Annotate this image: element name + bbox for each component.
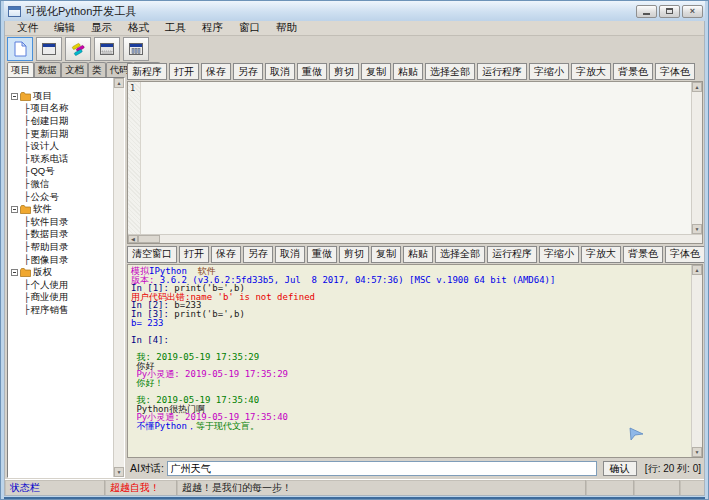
- action-button[interactable]: 另存: [233, 63, 263, 80]
- action-button[interactable]: 清空窗口: [127, 246, 177, 263]
- tree-branch-icon: ├: [24, 104, 29, 114]
- tree-branch-icon: ├: [24, 179, 29, 189]
- tree-item[interactable]: ├程序销售: [11, 304, 113, 317]
- maximize-icon: [666, 8, 673, 14]
- action-button[interactable]: 取消: [275, 246, 305, 263]
- tree-item[interactable]: ├公众号: [11, 191, 113, 204]
- action-button[interactable]: 复制: [361, 63, 391, 80]
- menu-item[interactable]: 窗口: [231, 21, 268, 35]
- menu-item[interactable]: 文件: [9, 21, 46, 35]
- scroll-down-icon[interactable]: ▼: [692, 447, 702, 457]
- menu-item[interactable]: 显示: [83, 21, 120, 35]
- tree-item[interactable]: ├图像目录: [11, 254, 113, 267]
- tree-branch-icon: ├: [24, 280, 29, 290]
- action-button[interactable]: 重做: [307, 246, 337, 263]
- menu-item[interactable]: 程序: [194, 21, 231, 35]
- editor-horizontal-scrollbar[interactable]: ◀: [128, 234, 702, 243]
- tree-item[interactable]: ├数据目录: [11, 229, 113, 242]
- tree-item[interactable]: ├联系电话: [11, 153, 113, 166]
- action-button[interactable]: 复制: [371, 246, 401, 263]
- action-button[interactable]: 粘贴: [393, 63, 423, 80]
- tree-item[interactable]: ├创建日期: [11, 115, 113, 128]
- action-button[interactable]: 字缩小: [539, 246, 579, 263]
- action-button[interactable]: 选择全部: [435, 246, 485, 263]
- editor-vertical-scrollbar[interactable]: ▲ ▼: [691, 82, 702, 234]
- tree-item[interactable]: ├个人使用: [11, 279, 113, 292]
- collapse-icon[interactable]: [11, 206, 18, 213]
- output-console[interactable]: 模拟IPython 软件版本: 3.6.2 (v3.6.2:5fd33b5, J…: [128, 265, 691, 457]
- confirm-button[interactable]: 确认: [603, 461, 637, 476]
- scroll-down-icon[interactable]: ▼: [114, 467, 124, 477]
- collapse-icon[interactable]: [11, 269, 18, 276]
- action-button[interactable]: 另存: [243, 246, 273, 263]
- console-vertical-scrollbar[interactable]: ▲ ▼: [691, 265, 702, 457]
- action-button[interactable]: 字放大: [571, 63, 611, 80]
- action-button[interactable]: 背景色: [613, 63, 653, 80]
- action-button[interactable]: 运行程序: [477, 63, 527, 80]
- status-cell: [680, 480, 704, 495]
- tab-项目[interactable]: 项目: [7, 62, 34, 77]
- tree-group[interactable]: 软件: [11, 203, 113, 216]
- action-button[interactable]: 剪切: [339, 246, 369, 263]
- grid-window-button[interactable]: [123, 37, 149, 61]
- new-file-button[interactable]: [7, 37, 33, 61]
- action-button[interactable]: 运行程序: [487, 246, 537, 263]
- action-button[interactable]: 保存: [201, 63, 231, 80]
- action-button[interactable]: 剪切: [329, 63, 359, 80]
- action-button[interactable]: 字体色: [655, 63, 695, 80]
- tree-group[interactable]: 版权: [11, 266, 113, 279]
- tree-vertical-scrollbar[interactable]: ▲ ▼: [113, 78, 124, 477]
- editor-action-toolbar: 新程序打开保存另存取消重做剪切复制粘贴选择全部运行程序字缩小字放大背景色字体色: [127, 62, 703, 81]
- action-button[interactable]: 保存: [211, 246, 241, 263]
- scroll-up-icon[interactable]: ▲: [114, 78, 124, 88]
- action-button[interactable]: 字缩小: [529, 63, 569, 80]
- ai-chat-input[interactable]: [167, 461, 597, 476]
- action-button[interactable]: 打开: [169, 63, 199, 80]
- action-button[interactable]: 背景色: [623, 246, 663, 263]
- maximize-button[interactable]: [659, 5, 680, 18]
- tab-数据[interactable]: 数据: [34, 62, 61, 77]
- tree-item[interactable]: ├项目名称: [11, 103, 113, 116]
- window-button[interactable]: [36, 37, 62, 61]
- action-button[interactable]: 选择全部: [425, 63, 475, 80]
- scroll-up-icon[interactable]: ▲: [692, 265, 702, 275]
- scrollbar-thumb[interactable]: [138, 235, 160, 243]
- tree-item[interactable]: ├商业使用: [11, 292, 113, 305]
- action-button[interactable]: 新程序: [127, 63, 167, 80]
- tree-group-label: 版权: [33, 266, 52, 279]
- color-tools-button[interactable]: [65, 37, 91, 61]
- status-cell: 超越！是我们的每一步！: [177, 480, 586, 495]
- tab-类[interactable]: 类: [88, 62, 106, 77]
- tree-item[interactable]: ├QQ号: [11, 166, 113, 179]
- action-button[interactable]: 打开: [179, 246, 209, 263]
- tree-branch-icon: ├: [24, 242, 29, 252]
- scroll-left-icon[interactable]: ◀: [128, 235, 138, 243]
- action-button[interactable]: 字放大: [581, 246, 621, 263]
- close-button[interactable]: ×: [682, 5, 703, 18]
- tree-item[interactable]: ├帮助目录: [11, 241, 113, 254]
- menu-item[interactable]: 编辑: [46, 21, 83, 35]
- menu-item[interactable]: 格式: [120, 21, 157, 35]
- tree-item[interactable]: ├软件目录: [11, 216, 113, 229]
- tree-group[interactable]: 项目: [11, 90, 113, 103]
- code-edit-area[interactable]: [141, 82, 691, 234]
- code-editor[interactable]: 1 ▲ ▼ ◀: [127, 81, 703, 244]
- action-button[interactable]: 粘贴: [403, 246, 433, 263]
- action-button[interactable]: 取消: [265, 63, 295, 80]
- tree-item-label: 更新日期: [30, 128, 68, 141]
- scroll-down-icon[interactable]: ▼: [692, 224, 702, 234]
- tree-item[interactable]: ├微信: [11, 178, 113, 191]
- tree-item[interactable]: ├设计人: [11, 140, 113, 153]
- menu-item[interactable]: 帮助: [268, 21, 305, 35]
- menu-item[interactable]: 工具: [157, 21, 194, 35]
- folder-icon: [20, 205, 31, 214]
- action-button[interactable]: 字体色: [665, 246, 705, 263]
- tree-item[interactable]: ├更新日期: [11, 128, 113, 141]
- form-window-button[interactable]: [94, 37, 120, 61]
- action-button[interactable]: 重做: [297, 63, 327, 80]
- tab-文档[interactable]: 文档: [61, 62, 88, 77]
- scroll-up-icon[interactable]: ▲: [692, 82, 702, 92]
- collapse-icon[interactable]: [11, 93, 18, 100]
- minimize-button[interactable]: [636, 5, 657, 18]
- tree-item-label: 公众号: [30, 191, 59, 204]
